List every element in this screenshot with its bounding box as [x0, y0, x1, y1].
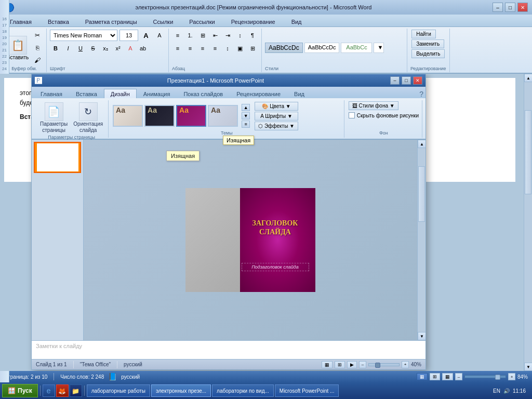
subscript-button[interactable]: x₂	[100, 43, 111, 54]
word-view-btn3[interactable]: ▦	[442, 373, 453, 380]
align-center-button[interactable]: ≡	[184, 43, 196, 54]
colors-button[interactable]: 🎨 Цвета ▼	[255, 102, 298, 111]
strikethrough-button[interactable]: S	[87, 43, 99, 54]
ppt-tab-review[interactable]: Рецензирование	[230, 89, 287, 98]
style-normal[interactable]: AaBbCcDc	[265, 43, 303, 53]
show-marks-button[interactable]: ¶	[247, 30, 258, 41]
ppt-restore-button[interactable]: □	[402, 76, 411, 85]
view-normal-button[interactable]: ▦	[322, 361, 332, 368]
copy-button[interactable]: ⎘	[32, 42, 43, 54]
line-spacing-button[interactable]: ↕	[222, 43, 233, 54]
theme-dark[interactable]: Aa	[144, 105, 175, 127]
sort-button[interactable]: ↕	[234, 30, 246, 41]
folder-button[interactable]: 📁	[70, 384, 82, 397]
ppt-tab-view[interactable]: Вид	[287, 89, 311, 98]
taskbar-item-ppt[interactable]: Microsoft PowerPoint ...	[275, 384, 339, 397]
font-grow-button[interactable]: A	[140, 30, 152, 41]
slide-title-box[interactable]: ЗАГОЛОВОКСЛАЙДА	[242, 219, 309, 237]
font-size-input[interactable]	[119, 30, 138, 41]
fonts-button[interactable]: A Шрифты ▼	[255, 112, 298, 121]
taskbar-item-vid[interactable]: лабораторки по вид...	[212, 384, 274, 397]
font-color-button[interactable]: A	[125, 43, 136, 54]
select-button[interactable]: Выделить	[411, 49, 445, 58]
cut-button[interactable]: ✂	[32, 30, 43, 41]
ppt-notes-area[interactable]: Заметки к слайду	[32, 340, 425, 359]
word-scroll-up-button[interactable]: ▲	[524, 74, 532, 82]
align-left-button[interactable]: ≡	[172, 43, 183, 54]
font-shrink-button[interactable]: A	[154, 30, 165, 41]
theme-purple[interactable]: Aa Изящная	[176, 105, 206, 127]
word-tab-insert[interactable]: Вставка	[40, 16, 77, 26]
zoom-slider-thumb[interactable]	[375, 363, 380, 368]
ppt-scrollbar-v[interactable]: ▲ ▼	[417, 140, 425, 340]
multilevel-button[interactable]: ⊞	[197, 30, 208, 41]
word-zoom-thumb[interactable]	[495, 375, 500, 380]
word-view-btn2[interactable]: ⊞	[430, 373, 440, 380]
word-zoom-slider[interactable]	[464, 375, 506, 378]
hide-bg-label[interactable]: Скрыть фоновые рисунки	[349, 112, 419, 118]
ppt-tab-home[interactable]: Главная	[34, 89, 69, 98]
word-view-btn1[interactable]: ▦	[417, 373, 428, 380]
theme-light[interactable]: Aa	[208, 105, 238, 127]
border-button[interactable]: ⊞	[247, 43, 258, 54]
taskbar-item-lab[interactable]: лабораторные работы	[87, 384, 150, 397]
word-zoom-out-button[interactable]: –	[455, 373, 462, 380]
highlight-button[interactable]: ab	[137, 43, 149, 54]
slide-main-area[interactable]: ЗАГОЛОВОКСЛАЙДА Подзаголовок слайда	[84, 140, 417, 340]
word-scroll-thumb[interactable]	[525, 110, 531, 194]
slide-thumb-1[interactable]	[34, 142, 81, 173]
orientation-button[interactable]: ↻ Ориентацияслайда	[71, 101, 105, 135]
superscript-button[interactable]: x²	[112, 43, 124, 54]
italic-button[interactable]: I	[62, 43, 74, 54]
format-painter-button[interactable]: 🖌	[32, 55, 43, 66]
ppt-tab-animation[interactable]: Анимация	[137, 89, 177, 98]
word-tab-mailings[interactable]: Рассылки	[181, 16, 222, 26]
theme-scroll-down-button[interactable]: ▼	[242, 112, 250, 119]
decrease-indent-button[interactable]: ⇤	[209, 30, 221, 41]
style-more[interactable]: ▼	[374, 43, 384, 53]
ppt-ribbon-help-button[interactable]: ?	[419, 90, 423, 98]
word-scrollbar-v[interactable]: ▲ ▼	[524, 74, 532, 371]
bullets-button[interactable]: ≡	[172, 30, 183, 41]
numbering-button[interactable]: 1.	[184, 30, 196, 41]
word-tab-layout[interactable]: Разметка страницы	[77, 16, 145, 26]
minimize-button[interactable]: –	[493, 3, 503, 12]
word-tab-review[interactable]: Рецензирование	[223, 16, 283, 26]
ppt-tab-design[interactable]: Дизайн	[104, 89, 137, 98]
underline-button[interactable]: U	[75, 43, 86, 54]
font-name-select[interactable]: Times New Roman	[50, 30, 117, 41]
zoom-out-button[interactable]: –	[359, 361, 366, 368]
word-scroll-down-button[interactable]: ▼	[524, 363, 532, 371]
ppt-tab-slideshow[interactable]: Показ слайдов	[177, 89, 230, 98]
ppt-close-button[interactable]: ✕	[413, 76, 422, 85]
word-tab-refs[interactable]: Ссылки	[145, 16, 181, 26]
word-tab-view[interactable]: Вид	[284, 16, 310, 26]
zoom-in-button[interactable]: +	[402, 361, 409, 368]
hide-bg-checkbox[interactable]	[349, 112, 355, 118]
justify-button[interactable]: ≡	[209, 43, 221, 54]
ie-button[interactable]: e	[43, 384, 55, 397]
effects-button[interactable]: ⬡ Эффекты ▼	[255, 122, 298, 130]
view-slideshow-button[interactable]: ▶	[347, 361, 357, 368]
theme-more-button[interactable]: ≡	[242, 121, 250, 128]
ppt-tab-insert[interactable]: Вставка	[69, 89, 104, 98]
bg-styles-button[interactable]: 🖼 Стили фона ▼	[349, 101, 398, 110]
restore-button[interactable]: □	[505, 3, 515, 12]
taskbar-item-doc[interactable]: электронных презе...	[151, 384, 211, 397]
bold-button[interactable]: B	[50, 43, 61, 54]
view-sorter-button[interactable]: ⊞	[335, 361, 345, 368]
scroll-down-button[interactable]: ▼	[418, 332, 425, 340]
page-setup-button[interactable]: 📄 Параметрыстраницы	[38, 101, 70, 135]
slide-subtitle-box[interactable]: Подзаголовок слайда	[242, 263, 309, 271]
start-button[interactable]: 🪟 Пуск	[2, 384, 38, 397]
firefox-button[interactable]: 🦊	[56, 384, 69, 397]
ppt-minimize-button[interactable]: –	[390, 76, 400, 85]
style-no-space[interactable]: AaBbCcDc	[304, 43, 340, 53]
increase-indent-button[interactable]: ⇥	[222, 30, 233, 41]
scroll-up-button[interactable]: ▲	[418, 140, 425, 148]
find-button[interactable]: Найти	[411, 30, 436, 38]
zoom-slider[interactable]	[368, 363, 400, 366]
shading-button[interactable]: ▣	[234, 43, 246, 54]
align-right-button[interactable]: ≡	[197, 43, 208, 54]
theme-scroll-up-button[interactable]: ▲	[242, 104, 250, 111]
